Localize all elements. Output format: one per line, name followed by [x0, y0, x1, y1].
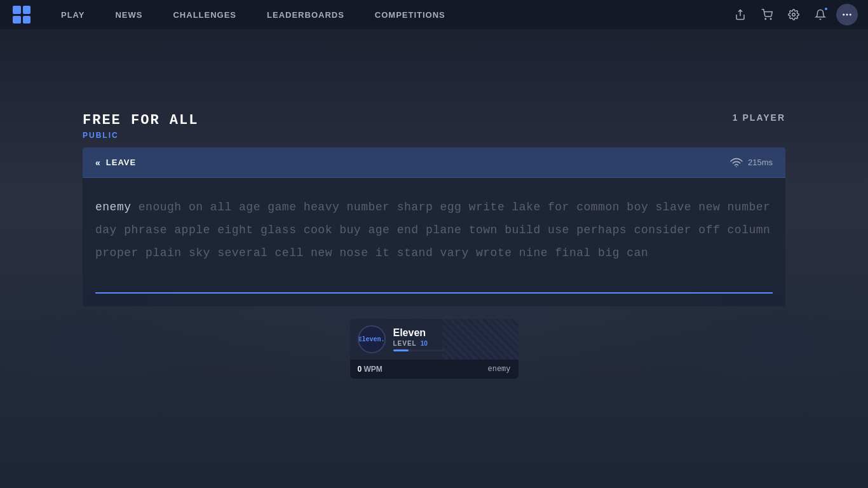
ping-value: 215ms: [748, 158, 773, 167]
game-title-group: FREE FOR ALL PUBLIC: [83, 112, 198, 140]
word-display: enemy enough on all age game heavy numbe…: [95, 196, 773, 264]
level-progress-fill: [393, 349, 409, 351]
leave-label: LEAVE: [106, 158, 136, 167]
settings-icon: [788, 9, 799, 20]
nav-competitions[interactable]: COMPETITIONS: [360, 0, 461, 30]
wpm-value: 0: [358, 365, 362, 374]
players-area: Eleven. Eleven LEVEL 10 0 WPM: [83, 319, 785, 379]
level-label: LEVEL: [393, 340, 417, 347]
nav-challenges[interactable]: CHALLENGES: [158, 0, 252, 30]
svg-point-1: [770, 18, 771, 20]
current-word: enemy: [487, 365, 510, 374]
notifications-button[interactable]: [810, 4, 831, 25]
level-progress-bar: [393, 349, 444, 351]
nav-leaderboards[interactable]: LEADERBOARDS: [252, 0, 360, 30]
leave-button[interactable]: « LEAVE: [95, 158, 136, 168]
game-mode-title: FREE FOR ALL: [83, 112, 198, 128]
svg-point-2: [792, 13, 796, 17]
share-icon: [735, 9, 746, 20]
game-panel: « LEAVE 215ms enemy enough on all age ga…: [83, 147, 785, 306]
cart-button[interactable]: [756, 4, 778, 25]
player-card-footer: 0 WPM enemy: [350, 360, 519, 379]
nav-news[interactable]: NEWS: [100, 0, 158, 30]
first-word: enemy: [95, 201, 132, 214]
nav-icons: [729, 4, 858, 25]
svg-point-5: [850, 14, 851, 16]
nav-links: PLAY NEWS CHALLENGES LEADERBOARDS COMPET…: [46, 0, 729, 30]
game-header: FREE FOR ALL PUBLIC 1 PLAYER: [83, 112, 785, 140]
text-area: enemy enough on all age game heavy numbe…: [83, 178, 785, 306]
svg-point-4: [846, 14, 848, 16]
wifi-icon: [730, 158, 743, 168]
player-card-header: Eleven. Eleven LEVEL 10: [350, 319, 519, 360]
menu-button[interactable]: [836, 4, 858, 25]
level-number: 10: [421, 340, 428, 347]
avatar: Eleven.: [358, 325, 386, 353]
more-icon: [841, 9, 853, 20]
type-input-container: [95, 277, 773, 294]
share-button[interactable]: [729, 4, 751, 25]
avatar-inner: Eleven.: [359, 327, 384, 352]
ping-info: 215ms: [730, 158, 773, 168]
cart-icon: [761, 9, 773, 20]
logo[interactable]: [10, 3, 33, 26]
player-count: 1 PLAYER: [733, 112, 785, 123]
wpm-display: 0 WPM: [358, 365, 383, 374]
game-visibility: PUBLIC: [83, 131, 198, 140]
wpm-label: WPM: [364, 365, 383, 374]
typing-input[interactable]: [95, 277, 773, 290]
chevron-left-icon: «: [95, 158, 101, 168]
svg-point-0: [765, 18, 766, 20]
svg-point-3: [843, 14, 844, 16]
player-card: Eleven. Eleven LEVEL 10 0 WPM: [350, 319, 519, 379]
settings-button[interactable]: [783, 4, 804, 25]
navbar: PLAY NEWS CHALLENGES LEADERBOARDS COMPET…: [0, 0, 868, 30]
nav-play[interactable]: PLAY: [46, 0, 100, 30]
game-bar: « LEAVE 215ms: [83, 147, 785, 178]
main-content: FREE FOR ALL PUBLIC 1 PLAYER « LEAVE 215…: [0, 112, 868, 379]
svg-point-6: [736, 166, 737, 167]
header-pattern: [442, 319, 519, 360]
notification-badge: [824, 6, 829, 11]
